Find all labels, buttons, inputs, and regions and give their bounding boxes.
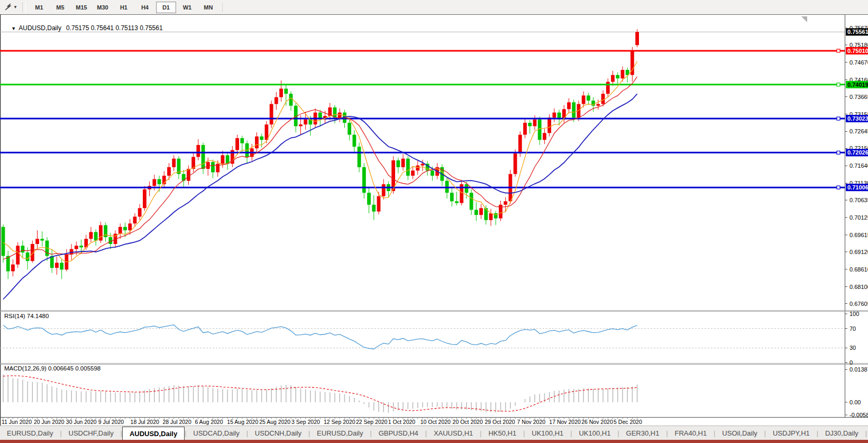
candle-body <box>79 246 83 247</box>
date-label: 6 Aug 2020 <box>195 419 223 425</box>
candle-body <box>362 167 366 193</box>
candle-body <box>552 113 556 118</box>
date-label: 28 Jul 2020 <box>163 419 191 425</box>
candle-body <box>333 107 337 117</box>
candle-body <box>172 159 176 167</box>
price-tick-label: 0.74670 <box>849 59 868 66</box>
date-label: 20 Jun 2020 <box>34 419 65 425</box>
hline-handle[interactable] <box>837 117 840 120</box>
chart-ohlc-values: 0.75175 0.75641 0.75113 0.75561 <box>66 24 163 32</box>
candle-body <box>21 246 24 252</box>
price-label-text: 0.75561 <box>847 29 868 35</box>
date-label: 12 Sep 2020 <box>324 419 355 425</box>
date-label: 1 Oct 2020 <box>388 419 416 425</box>
chart-tab-dj30-daily[interactable]: DJ30,Daily <box>818 427 865 440</box>
candle-body <box>75 246 78 249</box>
price-tick-label: 0.69120 <box>849 249 868 255</box>
candle-body <box>533 120 537 126</box>
chart-tab-usdcad-daily[interactable]: USDCAD,Daily <box>186 427 246 440</box>
candle-body <box>133 216 137 223</box>
chart-tab-bar: EURUSD,Daily|USDCHF,Daily|AUDUSD,Daily|U… <box>0 426 868 440</box>
candle-body <box>474 210 478 215</box>
mt4-window: { "toolbar": { "timeframes": ["M1","M5",… <box>0 0 868 443</box>
candle-body <box>221 155 225 164</box>
candle-body <box>11 265 15 272</box>
price-axis: 0.756750.751800.746700.741600.736650.731… <box>845 25 868 418</box>
date-label: 11 Jun 2020 <box>2 419 32 425</box>
candle-body <box>35 239 39 244</box>
candle-body <box>606 82 610 94</box>
candle-body <box>118 227 122 234</box>
rsi-layer <box>0 325 845 349</box>
candle-body <box>152 179 156 186</box>
candle-body <box>635 32 639 45</box>
chart-tab-gbpusd-h4[interactable]: GBPUSD,H4 <box>372 427 425 440</box>
chart-tab-xauusd-h1[interactable]: XAUUSD,H1 <box>427 427 480 440</box>
chart-tab-fra40-h1[interactable]: FRA40,H1 <box>668 427 714 440</box>
candle-body <box>182 174 186 181</box>
candle-body <box>260 137 263 140</box>
chart-tab-uk100-h1[interactable]: UK100,H1 <box>572 427 617 440</box>
chart-tab-hk50-h1[interactable]: HK50,H1 <box>481 427 523 440</box>
candle-body <box>528 123 532 126</box>
candle-body <box>514 153 517 174</box>
chart-tab-uk100-h1[interactable]: UK100,H1 <box>525 427 570 440</box>
candle-body <box>348 123 351 135</box>
candle-body <box>304 120 307 125</box>
candle-body <box>611 75 615 82</box>
chart-tab-usoil-daily[interactable]: USOil,Daily <box>715 427 764 440</box>
candle-body <box>470 193 473 210</box>
date-label: 30 Jun 2020 <box>66 419 97 425</box>
chart-tab-eurusd-daily[interactable]: EURUSD,Daily <box>310 427 370 440</box>
price-tick-label: 0.69615 <box>849 232 868 238</box>
chart-dropdown-icon[interactable]: ▼ <box>11 26 16 31</box>
candle-body <box>382 184 386 196</box>
candle-body <box>465 184 469 193</box>
candle-body <box>128 223 132 230</box>
price-tick-label: 0.68100 <box>849 284 868 290</box>
chart-tab-eurusd-daily[interactable]: EURUSD,Daily <box>0 427 60 440</box>
price-label-text: 0.75010 <box>847 48 868 54</box>
macd-indicator-label: MACD(12,26,9) 0.006645 0.005598 <box>4 365 100 372</box>
candle-body <box>547 117 551 133</box>
rsi-tick-label: 0 <box>849 359 853 366</box>
price-tick-label: 0.71640 <box>849 162 868 169</box>
candle-body <box>40 239 44 240</box>
candle-body <box>406 159 410 176</box>
candle-body <box>202 145 205 169</box>
rsi-line <box>3 325 637 349</box>
chart-tab-usdjpy-h1[interactable]: USDJPY,H1 <box>766 427 817 440</box>
hline-handle[interactable] <box>837 186 840 189</box>
date-label: 25 Aug 2020 <box>259 419 290 425</box>
candle-body <box>543 133 546 140</box>
chart-tab-usdcnh-daily[interactable]: USDCNH,Daily <box>248 427 308 440</box>
candle-body <box>504 201 507 204</box>
hline-handle[interactable] <box>837 49 840 52</box>
candle-body <box>211 162 215 172</box>
chart-title: ▼AUDUSD,Daily0.75175 0.75641 0.75113 0.7… <box>4 17 163 39</box>
candle-body <box>455 201 459 203</box>
hline-handle[interactable] <box>837 151 840 154</box>
candle-body <box>123 227 127 230</box>
candle-body <box>264 124 268 140</box>
candle-body <box>572 102 575 117</box>
hline-handle[interactable] <box>837 83 840 86</box>
moving-averages-layer <box>3 61 637 300</box>
price-tick-label: 0.68610 <box>849 266 868 273</box>
candle-body <box>621 70 625 78</box>
candle-body <box>275 97 278 104</box>
candle-body <box>279 88 283 97</box>
date-label: 22 Sep 2020 <box>356 419 388 425</box>
candle-body <box>26 252 30 261</box>
price-label-text: 0.74019 <box>847 82 868 88</box>
candle-body <box>421 164 425 165</box>
autoscroll-marker-icon <box>801 16 807 22</box>
candle-body <box>596 104 600 106</box>
candle-body <box>411 170 415 176</box>
chart-tab-usdchf-daily[interactable]: USDCHF,Daily <box>62 427 121 440</box>
chart-tab-audusd-daily[interactable]: AUDUSD,Daily <box>122 427 185 441</box>
chart-tab-ger30-h1[interactable]: GER30,H1 <box>619 427 666 440</box>
rsi-tick-label: 70 <box>849 326 856 332</box>
date-label: 3 Sep 2020 <box>291 419 320 425</box>
candle-body <box>55 263 59 268</box>
